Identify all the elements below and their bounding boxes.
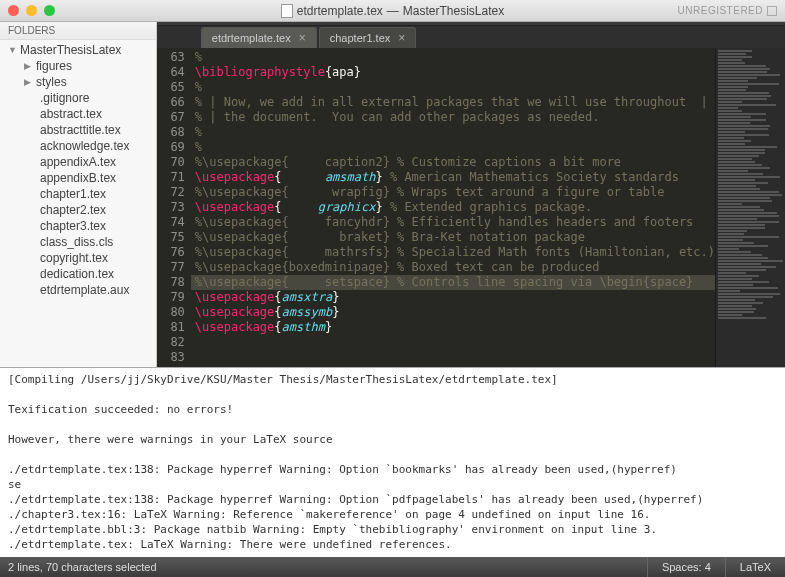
editor-tab[interactable]: etdrtemplate.tex× <box>201 27 317 48</box>
arrow-down-icon: ▼ <box>8 45 18 55</box>
status-bar: 2 lines, 70 characters selected Spaces: … <box>0 557 785 577</box>
folder-tree: ▼MasterThesisLatex ▶figures▶styles .giti… <box>0 40 156 300</box>
tab-label: chapter1.tex <box>330 32 391 44</box>
sidebar-header: FOLDERS <box>0 22 156 40</box>
tree-root[interactable]: ▼MasterThesisLatex <box>0 42 156 58</box>
tree-file[interactable]: dedication.tex <box>0 266 156 282</box>
expand-icon[interactable] <box>767 6 777 16</box>
editor-body[interactable]: 6364656667686970717273747576777879808182… <box>157 48 785 367</box>
build-output-panel[interactable]: [Compiling /Users/jj/SkyDrive/KSU/Master… <box>0 367 785 557</box>
tree-file[interactable]: .gitignore <box>0 90 156 106</box>
window-title: etdrtemplate.tex — MasterThesisLatex <box>0 4 785 18</box>
tree-file[interactable]: chapter3.tex <box>0 218 156 234</box>
tree-file[interactable]: abstracttitle.tex <box>0 122 156 138</box>
tab-bar: etdrtemplate.tex×chapter1.tex× <box>157 26 785 48</box>
tab-label: etdrtemplate.tex <box>212 32 291 44</box>
tree-file[interactable]: appendixB.tex <box>0 170 156 186</box>
status-spaces[interactable]: Spaces: 4 <box>647 557 725 577</box>
title-project: MasterThesisLatex <box>403 4 504 18</box>
document-icon <box>281 4 293 18</box>
editor-tab[interactable]: chapter1.tex× <box>319 27 417 48</box>
editor-pane: etdrtemplate.tex×chapter1.tex× 636465666… <box>157 22 785 367</box>
tree-file[interactable]: chapter1.tex <box>0 186 156 202</box>
unregistered-label: UNREGISTERED <box>678 5 763 16</box>
tree-file[interactable]: copyright.tex <box>0 250 156 266</box>
minimap[interactable] <box>715 48 785 367</box>
tree-file[interactable]: chapter2.tex <box>0 202 156 218</box>
tree-file[interactable]: etdrtemplate.aux <box>0 282 156 298</box>
main: FOLDERS ▼MasterThesisLatex ▶figures▶styl… <box>0 22 785 367</box>
tree-file[interactable]: appendixA.tex <box>0 154 156 170</box>
sidebar: FOLDERS ▼MasterThesisLatex ▶figures▶styl… <box>0 22 157 367</box>
title-filename: etdrtemplate.tex <box>297 4 383 18</box>
titlebar: etdrtemplate.tex — MasterThesisLatex UNR… <box>0 0 785 22</box>
tree-folder[interactable]: ▶figures <box>0 58 156 74</box>
close-tab-icon[interactable]: × <box>398 31 405 45</box>
tree-folder[interactable]: ▶styles <box>0 74 156 90</box>
tree-file[interactable]: class_diss.cls <box>0 234 156 250</box>
title-right: UNREGISTERED <box>678 5 777 16</box>
arrow-right-icon: ▶ <box>24 77 34 87</box>
status-selection[interactable]: 2 lines, 70 characters selected <box>0 561 647 573</box>
close-tab-icon[interactable]: × <box>299 31 306 45</box>
line-gutter: 6364656667686970717273747576777879808182… <box>157 48 191 367</box>
tree-file[interactable]: acknowledge.tex <box>0 138 156 154</box>
arrow-right-icon: ▶ <box>24 61 34 71</box>
code-area[interactable]: %\bibliographystyle{apa}%% | Now, we add… <box>191 48 715 367</box>
status-syntax[interactable]: LaTeX <box>725 557 785 577</box>
tree-file[interactable]: abstract.tex <box>0 106 156 122</box>
